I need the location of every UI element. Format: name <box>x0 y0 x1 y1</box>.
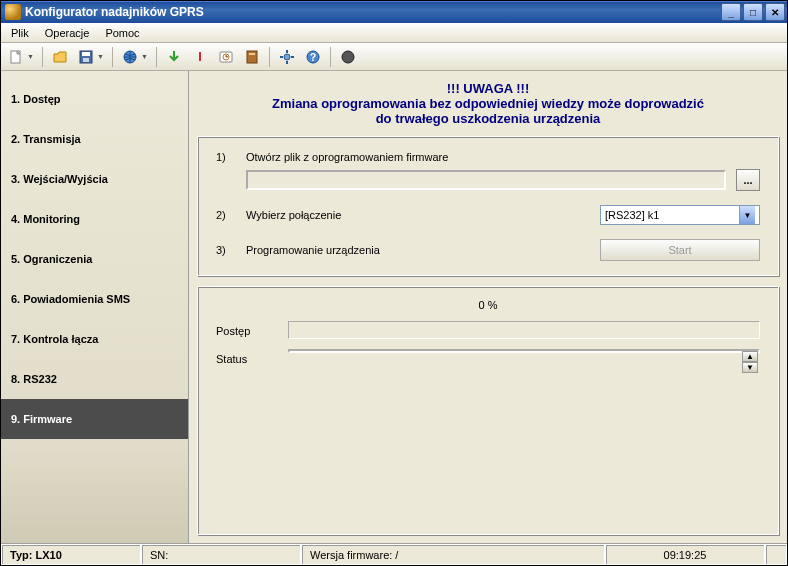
status-label: Status <box>216 349 276 365</box>
download-icon[interactable] <box>163 46 185 68</box>
svg-rect-2 <box>82 52 90 56</box>
gear-icon[interactable] <box>276 46 298 68</box>
dropdown-arrow-icon[interactable]: ▼ <box>97 53 106 60</box>
progress-bar <box>288 321 760 339</box>
connection-value: [RS232] k1 <box>605 209 659 221</box>
progress-percent: 0 % <box>216 299 760 311</box>
close-button[interactable]: ✕ <box>765 3 785 21</box>
status-type: Typ: LX10 <box>1 544 141 565</box>
separator <box>330 47 331 67</box>
step3-label: Programowanie urządzenia <box>246 244 456 256</box>
book-icon[interactable] <box>241 46 263 68</box>
svg-rect-8 <box>249 53 255 55</box>
warning-block: !!! UWAGA !!! Zmiana oprogramowania bez … <box>197 81 779 126</box>
upload-icon[interactable] <box>189 46 211 68</box>
svg-text:?: ? <box>310 52 316 63</box>
scroll-down-icon[interactable]: ▼ <box>742 362 758 373</box>
progress-label: Postęp <box>216 321 276 337</box>
dropdown-arrow-icon[interactable]: ▼ <box>141 53 150 60</box>
sidebar-item-io[interactable]: 3. Wejścia/Wyjścia <box>1 159 188 199</box>
svg-rect-3 <box>83 58 89 62</box>
start-button[interactable]: Start <box>600 239 760 261</box>
svg-point-9 <box>284 54 290 60</box>
stop-icon[interactable] <box>337 46 359 68</box>
status-time: 09:19:25 <box>605 544 765 565</box>
save-icon[interactable] <box>75 46 97 68</box>
svg-rect-7 <box>247 51 257 63</box>
new-icon[interactable] <box>5 46 27 68</box>
browse-button[interactable]: ... <box>736 169 760 191</box>
window-title: Konfigurator nadajników GPRS <box>25 5 719 19</box>
main-pane: !!! UWAGA !!! Zmiana oprogramowania bez … <box>189 71 787 543</box>
scroll-up-icon[interactable]: ▲ <box>742 351 758 362</box>
sidebar-item-linkcontrol[interactable]: 7. Kontrola łącza <box>1 319 188 359</box>
titlebar: Konfigurator nadajników GPRS _ □ ✕ <box>1 1 787 23</box>
sidebar-item-restrictions[interactable]: 5. Ograniczenia <box>1 239 188 279</box>
steps-group: 1) Otwórz plik z oprogramowaniem firmwar… <box>197 136 779 276</box>
menubar: Plik Operacje Pomoc <box>1 23 787 43</box>
warning-heading: !!! UWAGA !!! <box>197 81 779 96</box>
menu-help[interactable]: Pomoc <box>99 25 145 41</box>
chevron-down-icon: ▼ <box>739 206 755 224</box>
warning-line1: Zmiana oprogramowania bez odpowiedniej w… <box>197 96 779 111</box>
menu-operations[interactable]: Operacje <box>39 25 96 41</box>
svg-point-16 <box>342 51 354 63</box>
sidebar: 1. Dostęp 2. Transmisja 3. Wejścia/Wyjśc… <box>1 71 189 543</box>
sidebar-item-rs232[interactable]: 8. RS232 <box>1 359 188 399</box>
separator <box>156 47 157 67</box>
open-icon[interactable] <box>49 46 71 68</box>
sidebar-item-firmware[interactable]: 9. Firmware <box>1 399 188 439</box>
status-textarea[interactable]: ▲ ▼ <box>288 349 760 353</box>
minimize-button[interactable]: _ <box>721 3 741 21</box>
status-grip <box>765 544 787 565</box>
sidebar-item-sms[interactable]: 6. Powiadomienia SMS <box>1 279 188 319</box>
app-icon <box>5 4 21 20</box>
step2-number: 2) <box>216 209 236 221</box>
step3-number: 3) <box>216 244 236 256</box>
sidebar-item-monitoring[interactable]: 4. Monitoring <box>1 199 188 239</box>
separator <box>269 47 270 67</box>
statusbar: Typ: LX10 SN: Wersja firmware: / 09:19:2… <box>1 543 787 565</box>
sidebar-item-access[interactable]: 1. Dostęp <box>1 79 188 119</box>
progress-group: 0 % Postęp Status ▲ ▼ <box>197 286 779 535</box>
menu-file[interactable]: Plik <box>5 25 35 41</box>
maximize-button[interactable]: □ <box>743 3 763 21</box>
warning-line2: do trwałego uszkodzenia urządzenia <box>197 111 779 126</box>
step1-number: 1) <box>216 151 236 163</box>
globe-icon[interactable] <box>119 46 141 68</box>
toolbar: ▼ ▼ ▼ ? <box>1 43 787 71</box>
dropdown-arrow-icon[interactable]: ▼ <box>27 53 36 60</box>
status-firmware: Wersja firmware: / <box>301 544 605 565</box>
separator <box>42 47 43 67</box>
firmware-path-field <box>246 170 726 190</box>
sidebar-item-transmission[interactable]: 2. Transmisja <box>1 119 188 159</box>
step1-label: Otwórz plik z oprogramowaniem firmware <box>246 151 448 163</box>
separator <box>112 47 113 67</box>
clock-icon[interactable] <box>215 46 237 68</box>
status-sn: SN: <box>141 544 301 565</box>
step2-label: Wybierz połączenie <box>246 209 456 221</box>
connection-select[interactable]: [RS232] k1 ▼ <box>600 205 760 225</box>
help-icon[interactable]: ? <box>302 46 324 68</box>
